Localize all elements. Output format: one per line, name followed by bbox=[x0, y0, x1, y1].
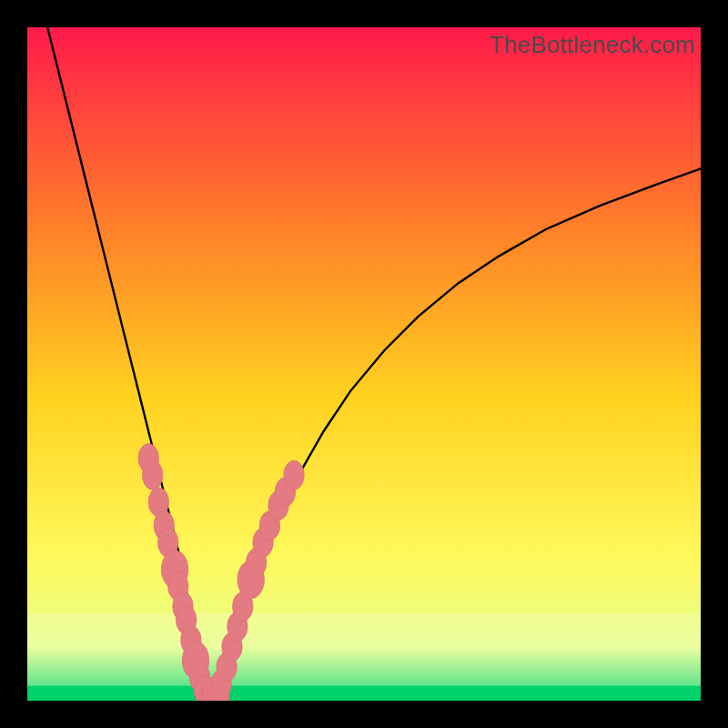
data-marker bbox=[284, 460, 305, 490]
gradient-background bbox=[27, 27, 701, 701]
chart-frame: TheBottleneck.com bbox=[27, 27, 701, 701]
data-marker bbox=[142, 460, 163, 490]
optimal-band bbox=[27, 686, 701, 701]
watermark-text: TheBottleneck.com bbox=[490, 31, 695, 59]
bottleneck-chart bbox=[27, 27, 701, 701]
highlight-band bbox=[27, 613, 701, 686]
